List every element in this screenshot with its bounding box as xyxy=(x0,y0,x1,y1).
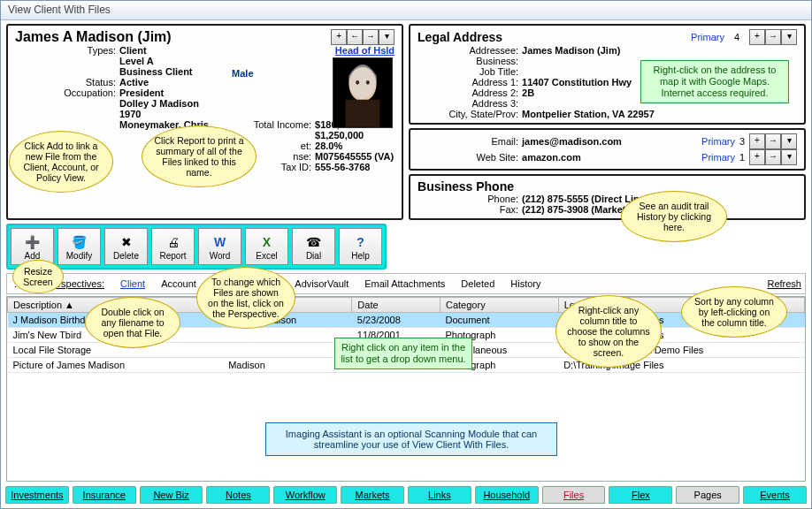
address-nav-next[interactable]: → xyxy=(765,29,781,45)
tab-pages[interactable]: Pages xyxy=(676,486,739,504)
tab-events[interactable]: Events xyxy=(743,486,807,504)
svg-rect-4 xyxy=(346,100,380,127)
perspectives-bar: ⋮⋮ Perspectives: Client Account Policy A… xyxy=(6,273,806,294)
contact-panel: Email: james@madison.com Primary 3 + → ▾… xyxy=(409,128,806,171)
city-state: Montpelier Station, VA 22957 xyxy=(522,109,655,119)
delete-button[interactable]: ✖Delete xyxy=(104,228,148,265)
sort-asc-icon: ▲ xyxy=(65,300,74,310)
web-count: 1 xyxy=(735,152,749,163)
cell-file xyxy=(223,343,352,358)
client-occupation: President xyxy=(119,87,164,98)
tab-files[interactable]: Files xyxy=(542,486,606,504)
word-icon: W xyxy=(211,233,229,251)
perspective-advisorvault[interactable]: AdvisorVault xyxy=(295,278,349,289)
refresh-link[interactable]: Refresh xyxy=(767,278,801,289)
address-heading: Legal Address xyxy=(417,30,502,44)
addressee: James Madison (Jim) xyxy=(522,45,620,56)
cell-file xyxy=(223,328,352,343)
perspective-client[interactable]: Client xyxy=(120,278,145,289)
email-count: 3 xyxy=(735,136,749,147)
client-type-3: Business Client xyxy=(119,66,193,77)
address2: 2B xyxy=(522,87,534,98)
col-date[interactable]: Date xyxy=(352,298,440,313)
tab-links[interactable]: Links xyxy=(408,486,471,504)
email-nav-drop[interactable]: ▾ xyxy=(781,133,797,149)
callout-resize: Resize Screen xyxy=(12,260,64,293)
tab-insurance[interactable]: Insurance xyxy=(73,486,136,504)
email-value: james@madison.com xyxy=(522,136,701,147)
report-button[interactable]: 🖨Report xyxy=(151,228,195,265)
client-status: Active xyxy=(119,77,149,87)
delete-icon: ✖ xyxy=(118,233,135,251)
license: M075645555 (VA) xyxy=(315,151,394,162)
client-year: 1970 xyxy=(119,109,141,119)
address-nav-drop[interactable]: ▾ xyxy=(781,29,797,45)
tab-flex[interactable]: Flex xyxy=(609,486,672,504)
col-category[interactable]: Category xyxy=(440,298,559,313)
client-nav-prev[interactable]: ← xyxy=(347,29,363,45)
word-button[interactable]: WWord xyxy=(198,228,241,265)
svg-point-3 xyxy=(366,80,370,85)
client-type-1: Client xyxy=(119,45,147,56)
perspective-history[interactable]: History xyxy=(510,278,540,289)
svg-point-2 xyxy=(356,80,359,85)
tab-household[interactable]: Household xyxy=(475,486,539,504)
file-toolbar: ➕Add 🪣Modify ✖Delete 🖨Report WWord XExce… xyxy=(6,224,387,270)
cell-desc: Picture of James Madison xyxy=(8,358,224,373)
tax-bracket: 28.0% xyxy=(315,141,342,151)
callout-imaging-assistant: Imaging Assistant is an optional Scannin… xyxy=(265,422,557,456)
callout-right-click-list: Right click on any item in the list to g… xyxy=(334,338,472,369)
perspective-email-attachments[interactable]: Email Attachments xyxy=(364,278,445,289)
web-primary-link[interactable]: Primary xyxy=(701,152,735,163)
tab-investments[interactable]: Investments xyxy=(5,486,69,504)
client-type-2: Level A xyxy=(119,56,154,66)
perspective-account[interactable]: Account xyxy=(161,278,196,289)
dial-button[interactable]: ☎Dial xyxy=(292,228,335,265)
callout-perspective: To change which Files are shown on the l… xyxy=(196,267,295,329)
tab-markets[interactable]: Markets xyxy=(341,486,404,504)
excel-button[interactable]: XExcel xyxy=(245,228,288,265)
cell-file: Madison xyxy=(223,358,352,373)
tab-new-biz[interactable]: New Biz xyxy=(140,486,203,504)
printer-icon: 🖨 xyxy=(165,233,182,251)
address-nav-add[interactable]: + xyxy=(749,29,765,45)
client-name: James A Madison (Jim) xyxy=(15,29,172,45)
perspective-deleted[interactable]: Deleted xyxy=(461,278,494,289)
client-nav-add[interactable]: + xyxy=(331,29,347,45)
help-icon: ? xyxy=(352,233,370,251)
email-nav-next[interactable]: → xyxy=(765,133,781,149)
head-of-household-link[interactable]: Head of Hsld xyxy=(335,45,395,56)
web-nav-next[interactable]: → xyxy=(765,149,781,165)
phone-icon: ☎ xyxy=(305,233,323,251)
help-button[interactable]: ?Help xyxy=(339,228,382,265)
client-portrait xyxy=(333,57,393,128)
gender-label: Male xyxy=(232,68,253,79)
web-nav-add[interactable]: + xyxy=(749,149,765,165)
address-count: 4 xyxy=(730,32,744,42)
callout-columns: Right-click any column title to choose t… xyxy=(555,295,662,368)
web-nav-drop[interactable]: ▾ xyxy=(781,149,797,165)
window-title: View Client With Files xyxy=(1,1,811,20)
client-nav-drop[interactable]: ▾ xyxy=(379,29,395,45)
address-primary-link[interactable]: Primary xyxy=(691,32,724,42)
bottom-tab-strip: InvestmentsInsuranceNew BizNotesWorkflow… xyxy=(5,486,807,504)
callout-double-click: Double click on any filename to open tha… xyxy=(85,297,180,348)
callout-map-address: Right-click on the address to map it wit… xyxy=(640,60,789,103)
bucket-icon: 🪣 xyxy=(71,233,88,251)
modify-button[interactable]: 🪣Modify xyxy=(57,228,101,265)
tab-notes[interactable]: Notes xyxy=(206,486,270,504)
email-nav-add[interactable]: + xyxy=(749,133,765,149)
plus-icon: ➕ xyxy=(24,233,42,251)
callout-report: Click Report to print a summary of all o… xyxy=(142,125,257,187)
phone-heading: Business Phone xyxy=(417,179,514,194)
phone-panel: Business Phone Phone:(212) 875-5555 (Dir… xyxy=(409,174,806,220)
cell-date: 5/23/2008 xyxy=(352,313,440,328)
client-nav-arrows: + ← → ▾ xyxy=(331,29,395,45)
callout-history: See an audit trail History by clicking h… xyxy=(621,191,727,242)
tab-workflow[interactable]: Workflow xyxy=(273,486,337,504)
client-nav-next[interactable]: → xyxy=(363,29,379,45)
address1: 11407 Constitution Hwy xyxy=(522,77,632,87)
callout-add: Click Add to link a new File from the Cl… xyxy=(9,131,113,193)
email-primary-link[interactable]: Primary xyxy=(701,136,735,147)
callout-sort: Sort by any column by left-clicking on t… xyxy=(681,286,787,338)
